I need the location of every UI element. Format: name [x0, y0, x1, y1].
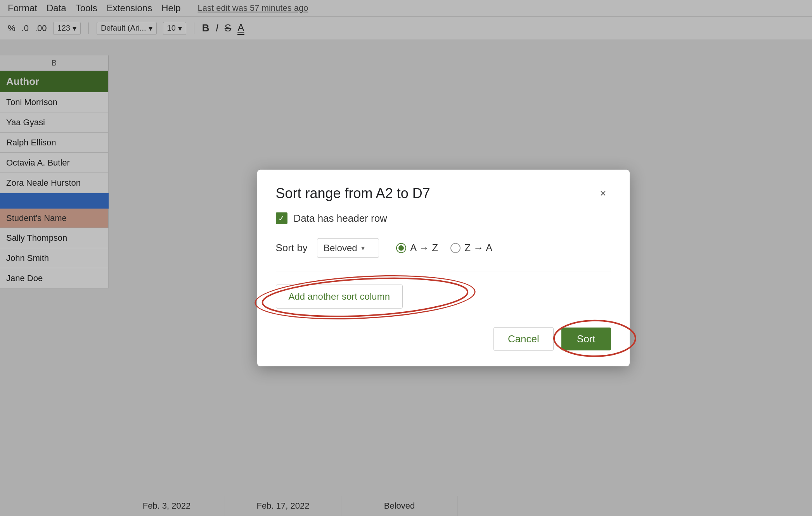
header-row-checkbox-container[interactable]: ✓ Data has header row [276, 212, 611, 224]
close-button[interactable]: × [596, 185, 611, 201]
radio-za-circle[interactable] [450, 243, 461, 253]
modal-divider [276, 271, 611, 272]
sort-button-wrapper: Sort [561, 327, 611, 350]
sort-direction-group: A → Z Z → A [396, 242, 493, 254]
header-row-label: Data has header row [294, 212, 387, 224]
sort-range-modal: Sort range from A2 to D7 × ✓ Data has he… [257, 169, 630, 366]
radio-za[interactable]: Z → A [450, 242, 492, 254]
modal-header: Sort range from A2 to D7 × [276, 185, 611, 201]
sort-by-row: Sort by Beloved ▾ A → Z Z → A [276, 238, 611, 257]
radio-az[interactable]: A → Z [396, 242, 438, 254]
cancel-button[interactable]: Cancel [493, 327, 554, 350]
radio-az-circle[interactable] [396, 243, 406, 253]
sort-column-dropdown[interactable]: Beloved ▾ [317, 238, 379, 257]
add-sort-column-button[interactable]: Add another sort column [276, 284, 403, 308]
sort-by-label: Sort by [276, 242, 308, 254]
modal-footer: Cancel Sort [276, 327, 611, 350]
header-row-checkbox[interactable]: ✓ [276, 212, 287, 224]
radio-az-label: A → Z [410, 242, 438, 254]
red-oval-annotation-sort [552, 319, 637, 357]
add-sort-column-wrapper: Add another sort column [276, 284, 403, 308]
modal-title: Sort range from A2 to D7 [276, 185, 430, 201]
svg-point-1 [554, 320, 635, 356]
radio-za-label: Z → A [464, 242, 492, 254]
